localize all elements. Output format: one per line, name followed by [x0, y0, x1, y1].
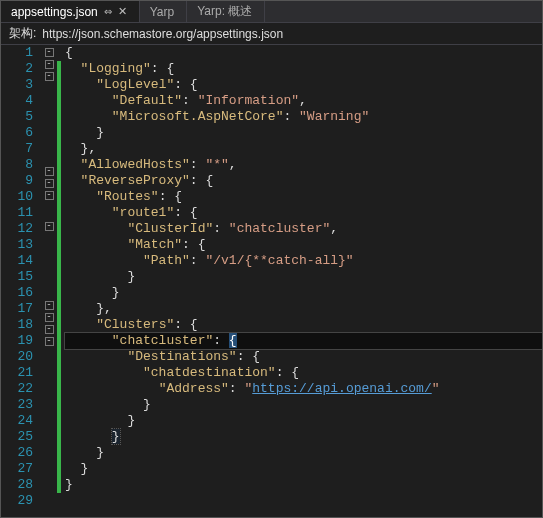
line-number: 16 — [1, 285, 33, 301]
line-number: 19 — [1, 333, 33, 349]
fold-guide — [41, 148, 57, 164]
line-number: 3 — [1, 77, 33, 93]
tab-bar: appsettings.json⇔✕YarpYarp: 概述 — [1, 1, 542, 23]
code-line[interactable]: "route1": { — [65, 205, 542, 221]
fold-guide — [41, 132, 57, 148]
tab-label: appsettings.json — [11, 5, 98, 19]
line-number: 12 — [1, 221, 33, 237]
code-line[interactable]: "chatcluster": { — [65, 333, 542, 349]
code-line[interactable]: "chatdestination": { — [65, 365, 542, 381]
fold-toggle-icon[interactable]: - — [45, 191, 54, 200]
fold-guide — [41, 84, 57, 100]
code-line[interactable]: "Clusters": { — [65, 317, 542, 333]
tab-1[interactable]: Yarp — [140, 1, 187, 22]
url-link[interactable]: https://api.openai.com/ — [252, 381, 431, 396]
code-line[interactable]: "Address": "https://api.openai.com/" — [65, 381, 542, 397]
code-line[interactable]: }, — [65, 301, 542, 317]
fold-toggle-icon[interactable]: - — [45, 72, 54, 81]
line-number: 28 — [1, 477, 33, 493]
line-number: 10 — [1, 189, 33, 205]
line-number: 21 — [1, 365, 33, 381]
code-line[interactable]: } — [65, 429, 542, 445]
code-line[interactable] — [65, 493, 542, 509]
fold-guide — [41, 381, 57, 397]
line-number: 23 — [1, 397, 33, 413]
fold-toggle-icon[interactable]: - — [45, 301, 54, 310]
fold-guide — [41, 413, 57, 429]
schema-label: 架构: — [9, 25, 36, 42]
fold-guide — [41, 203, 57, 219]
line-number: 6 — [1, 125, 33, 141]
tab-0[interactable]: appsettings.json⇔✕ — [1, 1, 140, 22]
line-number: 9 — [1, 173, 33, 189]
line-number: 22 — [1, 381, 33, 397]
code-line[interactable]: } — [65, 413, 542, 429]
fold-guide — [41, 234, 57, 250]
fold-guide — [41, 116, 57, 132]
line-number: 15 — [1, 269, 33, 285]
fold-toggle-icon[interactable]: - — [45, 179, 54, 188]
fold-toggle-icon[interactable]: - — [45, 325, 54, 334]
fold-toggle-icon[interactable]: - — [45, 222, 54, 231]
code-line[interactable]: "Routes": { — [65, 189, 542, 205]
code-line[interactable]: }, — [65, 141, 542, 157]
fold-toggle-icon[interactable]: - — [45, 313, 54, 322]
code-line[interactable]: } — [65, 461, 542, 477]
code-line[interactable]: "Match": { — [65, 237, 542, 253]
code-line[interactable]: "ReverseProxy": { — [65, 173, 542, 189]
fold-toggle-icon[interactable]: - — [45, 167, 54, 176]
fold-guide — [41, 349, 57, 365]
code-line[interactable]: "Microsoft.AspNetCore": "Warning" — [65, 109, 542, 125]
code-line[interactable]: "ClusterId": "chatcluster", — [65, 221, 542, 237]
line-number: 27 — [1, 461, 33, 477]
fold-toggle-icon[interactable]: - — [45, 48, 54, 57]
code-line[interactable]: } — [65, 445, 542, 461]
line-number: 25 — [1, 429, 33, 445]
code-editor[interactable]: 1234567891011121314151617181920212223242… — [1, 45, 542, 517]
fold-guide — [41, 461, 57, 477]
line-number: 18 — [1, 317, 33, 333]
tab-label: Yarp — [150, 5, 174, 19]
code-line[interactable]: } — [65, 397, 542, 413]
code-line[interactable]: "LogLevel": { — [65, 77, 542, 93]
pin-icon[interactable]: ⇔ — [104, 6, 112, 17]
line-number: 4 — [1, 93, 33, 109]
code-line[interactable]: } — [65, 269, 542, 285]
line-number: 8 — [1, 157, 33, 173]
fold-guide — [41, 397, 57, 413]
close-icon[interactable]: ✕ — [118, 5, 127, 18]
line-number-gutter: 1234567891011121314151617181920212223242… — [1, 45, 41, 517]
fold-guide — [41, 100, 57, 116]
code-line[interactable]: "AllowedHosts": "*", — [65, 157, 542, 173]
fold-guide — [41, 445, 57, 461]
line-number: 2 — [1, 61, 33, 77]
line-number: 5 — [1, 109, 33, 125]
line-number: 17 — [1, 301, 33, 317]
fold-guide — [41, 250, 57, 266]
fold-toggle-icon[interactable]: - — [45, 337, 54, 346]
code-line[interactable]: } — [65, 477, 542, 493]
code-line[interactable]: "Default": "Information", — [65, 93, 542, 109]
line-number: 11 — [1, 205, 33, 221]
schema-url[interactable]: https://json.schemastore.org/appsettings… — [42, 27, 283, 41]
line-number: 24 — [1, 413, 33, 429]
tab-2[interactable]: Yarp: 概述 — [187, 1, 265, 22]
code-line[interactable]: } — [65, 285, 542, 301]
fold-guide — [41, 282, 57, 298]
fold-guide — [41, 429, 57, 445]
code-line[interactable]: { — [65, 45, 542, 61]
line-number: 29 — [1, 493, 33, 509]
fold-guide — [41, 266, 57, 282]
fold-guide — [41, 365, 57, 381]
code-line[interactable]: "Destinations": { — [65, 349, 542, 365]
fold-toggle-icon[interactable]: - — [45, 60, 54, 69]
code-area[interactable]: { "Logging": { "LogLevel": { "Default": … — [61, 45, 542, 517]
line-number: 13 — [1, 237, 33, 253]
tab-label: Yarp: 概述 — [197, 3, 252, 20]
code-line[interactable]: } — [65, 125, 542, 141]
code-line[interactable]: "Logging": { — [65, 61, 542, 77]
schema-bar: 架构: https://json.schemastore.org/appsett… — [1, 23, 542, 45]
line-number: 7 — [1, 141, 33, 157]
code-line[interactable]: "Path": "/v1/{**catch-all}" — [65, 253, 542, 269]
fold-gutter[interactable]: ----------- — [41, 45, 57, 517]
